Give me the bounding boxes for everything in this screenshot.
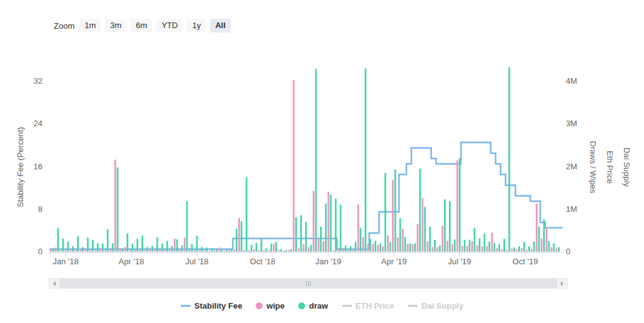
wipe-bar[interactable]: [323, 241, 325, 252]
wipe-bar[interactable]: [50, 249, 52, 252]
draw-bar[interactable]: [469, 240, 471, 252]
wipe-bar[interactable]: [268, 251, 270, 252]
draw-bar[interactable]: [498, 244, 500, 252]
draw-bar[interactable]: [58, 228, 59, 252]
wipe-bar[interactable]: [397, 237, 399, 252]
wipe-bar[interactable]: [149, 249, 151, 252]
wipe-bar[interactable]: [431, 247, 433, 252]
draw-bar[interactable]: [156, 237, 158, 252]
draw-bar[interactable]: [82, 247, 84, 252]
draw-bar[interactable]: [429, 227, 431, 252]
wipe-bar[interactable]: [218, 247, 220, 252]
draw-bar[interactable]: [340, 205, 342, 252]
wipe-bar[interactable]: [179, 249, 181, 252]
wipe-bar[interactable]: [521, 248, 523, 252]
draw-bar[interactable]: [405, 237, 406, 252]
draw-bar[interactable]: [513, 247, 515, 252]
draw-bar[interactable]: [538, 227, 540, 252]
draw-bar[interactable]: [266, 249, 268, 252]
wipe-bar[interactable]: [303, 244, 304, 252]
draw-bar[interactable]: [236, 229, 238, 252]
wipe-bar[interactable]: [293, 80, 294, 252]
wipe-bar[interactable]: [194, 250, 196, 252]
draw-bar[interactable]: [87, 238, 89, 252]
draw-bar[interactable]: [211, 249, 213, 252]
draw-bar[interactable]: [395, 169, 396, 252]
wipe-bar[interactable]: [451, 244, 453, 252]
wipe-bar[interactable]: [531, 249, 533, 252]
wipe-bar[interactable]: [154, 249, 156, 252]
draw-bar[interactable]: [310, 245, 312, 252]
draw-bar[interactable]: [493, 243, 495, 252]
wipe-bar[interactable]: [456, 160, 458, 252]
wipe-bar[interactable]: [353, 250, 355, 252]
wipe-bar[interactable]: [60, 250, 62, 252]
draw-bar[interactable]: [548, 241, 550, 252]
draw-bar[interactable]: [122, 249, 124, 252]
legend-item-stability-fee[interactable]: Stability Fee: [181, 301, 243, 311]
wipe-bar[interactable]: [99, 248, 101, 252]
wipe-bar[interactable]: [204, 250, 206, 252]
wipe-bar[interactable]: [253, 249, 255, 252]
wipe-bar[interactable]: [243, 250, 245, 252]
wipe-bar[interactable]: [184, 238, 186, 252]
legend-item-dai-supply[interactable]: Dai Supply: [408, 301, 463, 311]
wipe-bar[interactable]: [124, 247, 126, 252]
wipe-bar[interactable]: [333, 251, 335, 252]
draw-bar[interactable]: [176, 239, 178, 252]
wipe-bar[interactable]: [159, 250, 161, 252]
draw-bar[interactable]: [503, 239, 505, 252]
draw-bar[interactable]: [132, 244, 134, 252]
wipe-bar[interactable]: [169, 250, 171, 252]
draw-bar[interactable]: [355, 242, 356, 252]
wipe-bar[interactable]: [546, 228, 548, 252]
draw-bar[interactable]: [166, 241, 168, 252]
wipe-bar[interactable]: [283, 251, 285, 252]
wipe-bar[interactable]: [288, 250, 289, 252]
chart-plot-area[interactable]: [0, 0, 644, 275]
wipe-bar[interactable]: [471, 241, 473, 252]
draw-bar[interactable]: [390, 242, 391, 252]
draw-bar[interactable]: [350, 246, 351, 252]
draw-bar[interactable]: [181, 246, 183, 252]
draw-bar[interactable]: [335, 199, 337, 252]
wipe-bar[interactable]: [308, 247, 309, 252]
draw-bar[interactable]: [97, 243, 99, 252]
draw-bar[interactable]: [488, 242, 490, 252]
wipe-bar[interactable]: [491, 232, 493, 252]
draw-bar[interactable]: [444, 199, 446, 252]
wipe-bar[interactable]: [70, 250, 72, 252]
draw-bar[interactable]: [400, 218, 401, 252]
wipe-bar[interactable]: [377, 245, 379, 252]
wipe-bar[interactable]: [144, 250, 146, 252]
range-button-1y[interactable]: 1y: [187, 19, 206, 32]
draw-bar[interactable]: [558, 247, 560, 252]
wipe-bar[interactable]: [174, 239, 176, 252]
draw-bar[interactable]: [484, 234, 486, 252]
wipe-bar[interactable]: [199, 250, 201, 252]
draw-bar[interactable]: [464, 240, 466, 252]
draw-bar[interactable]: [72, 246, 74, 252]
draw-bar[interactable]: [295, 217, 297, 252]
wipe-bar[interactable]: [258, 250, 260, 252]
draw-bar[interactable]: [136, 239, 138, 252]
legend-item-wipe[interactable]: wipe: [256, 301, 284, 311]
draw-bar[interactable]: [553, 243, 555, 252]
draw-bar[interactable]: [449, 201, 451, 252]
draw-bar[interactable]: [523, 242, 525, 252]
draw-bar[interactable]: [127, 234, 129, 252]
wipe-bar[interactable]: [348, 249, 350, 252]
wipe-bar[interactable]: [511, 249, 513, 252]
draw-bar[interactable]: [241, 222, 243, 252]
draw-bar[interactable]: [231, 249, 233, 252]
legend-item-eth-price[interactable]: ETH Price: [342, 301, 394, 311]
draw-bar[interactable]: [191, 244, 193, 252]
draw-bar[interactable]: [439, 246, 441, 252]
draw-bar[interactable]: [434, 240, 436, 252]
wipe-bar[interactable]: [75, 249, 77, 252]
wipe-bar[interactable]: [526, 250, 528, 252]
wipe-bar[interactable]: [164, 249, 166, 252]
wipe-bar[interactable]: [486, 246, 488, 252]
draw-bar[interactable]: [305, 222, 307, 252]
draw-bar[interactable]: [146, 247, 148, 252]
